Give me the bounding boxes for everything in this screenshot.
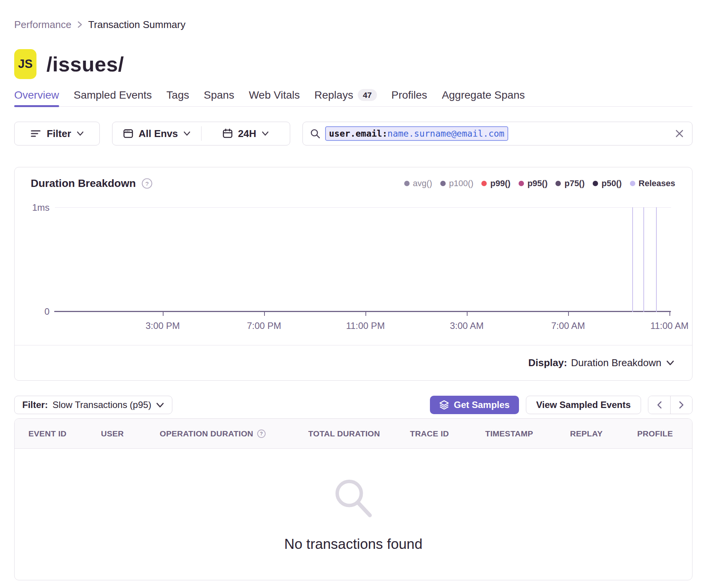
release-marker-line[interactable] <box>656 207 657 312</box>
x-axis-tick <box>163 312 164 316</box>
tab-spans[interactable]: Spans <box>204 89 234 106</box>
breadcrumb-performance[interactable]: Performance <box>14 19 71 31</box>
samples-actions: Get Samples View Sampled Events <box>430 396 692 414</box>
x-axis-tick <box>669 312 670 316</box>
x-axis-tick <box>365 312 366 316</box>
previous-page-button[interactable] <box>648 396 670 414</box>
column-header-total-duration: TOTAL DURATION <box>308 429 410 438</box>
x-axis-tick <box>467 312 468 316</box>
transactions-table: EVENT IDUSEROPERATION DURATION?TOTAL DUR… <box>14 418 692 580</box>
calendar-icon <box>222 128 233 139</box>
legend-label: p100() <box>449 178 474 188</box>
tab-bar: OverviewSampled EventsTagsSpansWeb Vital… <box>14 89 692 107</box>
tab-label: Tags <box>167 89 189 101</box>
chevron-down-icon <box>76 131 84 136</box>
chart-header: Duration Breakdown ? avg()p100()p99()p95… <box>31 177 675 190</box>
filter-button[interactable]: Filter <box>14 122 100 145</box>
column-header-event-id: EVENT ID <box>28 429 101 438</box>
samples-toolbar: Filter: Slow Transactions (p95) Get Samp… <box>14 396 692 414</box>
get-samples-button[interactable]: Get Samples <box>430 396 519 414</box>
empty-state-message: No transactions found <box>284 536 423 552</box>
environment-date-group: All Envs 24H <box>112 122 290 145</box>
tab-tags[interactable]: Tags <box>167 89 189 106</box>
legend-item-releases[interactable]: Releases <box>630 178 675 188</box>
x-axis-label: 11:00 PM <box>339 320 392 331</box>
next-page-button[interactable] <box>670 396 692 414</box>
date-range-label: 24H <box>238 128 256 140</box>
column-header-trace-id: TRACE ID <box>410 429 485 438</box>
pagination <box>648 396 692 414</box>
legend-dot <box>481 181 487 186</box>
legend-label: p50() <box>602 178 622 188</box>
legend-dot <box>555 181 561 186</box>
legend-dot <box>519 181 524 186</box>
transaction-filter-label: Filter: <box>22 400 48 410</box>
column-header-profile: PROFILE <box>637 429 692 438</box>
tab-aggregate-spans[interactable]: Aggregate Spans <box>442 89 525 106</box>
legend-dot <box>440 181 446 186</box>
release-marker-line[interactable] <box>632 207 633 312</box>
tab-label: Aggregate Spans <box>442 89 525 101</box>
search-filter-token[interactable]: user.email: name.surname@email.com <box>325 126 508 141</box>
environment-label: All Envs <box>139 128 178 140</box>
legend-item-p100[interactable]: p100() <box>440 178 474 188</box>
tab-label: Sampled Events <box>74 89 152 101</box>
filter-controls: Filter All Envs 24H <box>14 122 692 145</box>
search-token-key: user.email: <box>329 129 387 139</box>
column-header-replay: REPLAY <box>570 429 637 438</box>
view-sampled-events-label: View Sampled Events <box>536 400 631 410</box>
view-sampled-events-button[interactable]: View Sampled Events <box>526 396 641 414</box>
release-marker-line[interactable] <box>643 207 644 312</box>
search-icon <box>310 128 321 139</box>
legend-dot <box>630 181 635 186</box>
tab-overview[interactable]: Overview <box>14 89 59 106</box>
empty-search-icon <box>332 477 375 520</box>
legend-label: p95() <box>527 178 548 188</box>
environment-selector[interactable]: All Envs <box>112 122 201 145</box>
help-icon[interactable]: ? <box>141 178 153 189</box>
date-range-selector[interactable]: 24H <box>202 122 290 145</box>
chart-legend: avg()p100()p99()p95()p75()p50()Releases <box>404 178 675 188</box>
filter-button-label: Filter <box>47 128 71 140</box>
x-axis-tick <box>568 312 569 316</box>
javascript-platform-badge: JS <box>14 49 36 79</box>
legend-item-p75[interactable]: p75() <box>555 178 585 188</box>
legend-item-p50[interactable]: p50() <box>593 178 622 188</box>
tab-replays[interactable]: Replays47 <box>314 89 377 106</box>
legend-item-avg[interactable]: avg() <box>404 178 432 188</box>
column-header-label: PROFILE <box>637 429 673 438</box>
filter-lines-icon <box>30 129 41 139</box>
column-header-label: TRACE ID <box>410 429 449 438</box>
chevron-down-icon <box>183 131 191 136</box>
tab-label: Web Vitals <box>249 89 300 101</box>
legend-item-p99[interactable]: p99() <box>481 178 511 188</box>
search-input[interactable]: user.email: name.surname@email.com <box>302 122 692 145</box>
legend-label: Releases <box>639 178 675 188</box>
help-icon[interactable]: ? <box>257 429 266 438</box>
display-mode-selector[interactable]: Duration Breakdown <box>571 357 674 369</box>
table-empty-state: No transactions found <box>15 449 692 580</box>
x-axis-label: 7:00 PM <box>237 320 291 331</box>
tab-label: Replays <box>314 89 353 101</box>
legend-label: p75() <box>564 178 585 188</box>
chart-footer: Display: Duration Breakdown <box>15 345 692 380</box>
x-axis-label: 11:00 AM <box>643 320 692 331</box>
x-axis-line <box>54 311 671 312</box>
chart-title: Duration Breakdown <box>31 177 136 190</box>
x-axis-label: 7:00 AM <box>541 320 595 331</box>
column-header-label: USER <box>101 429 124 438</box>
tab-label: Profiles <box>392 89 427 101</box>
legend-label: avg() <box>413 178 432 188</box>
tab-profiles[interactable]: Profiles <box>392 89 427 106</box>
svg-text:?: ? <box>260 431 263 436</box>
clear-search-icon[interactable] <box>674 128 685 139</box>
tab-sampled-events[interactable]: Sampled Events <box>74 89 152 106</box>
column-header-label: EVENT ID <box>28 429 66 438</box>
transaction-filter-button[interactable]: Filter: Slow Transactions (p95) <box>14 396 172 414</box>
legend-item-p95[interactable]: p95() <box>519 178 548 188</box>
column-header-timestamp: TIMESTAMP <box>485 429 570 438</box>
duration-chart-plot[interactable]: 1ms 0 3:00 PM7:00 PM11:00 PM3:00 AM7:00 … <box>55 207 671 312</box>
tab-web-vitals[interactable]: Web Vitals <box>249 89 300 106</box>
x-axis-label: 3:00 PM <box>136 320 190 331</box>
replays-count-badge: 47 <box>358 89 377 101</box>
